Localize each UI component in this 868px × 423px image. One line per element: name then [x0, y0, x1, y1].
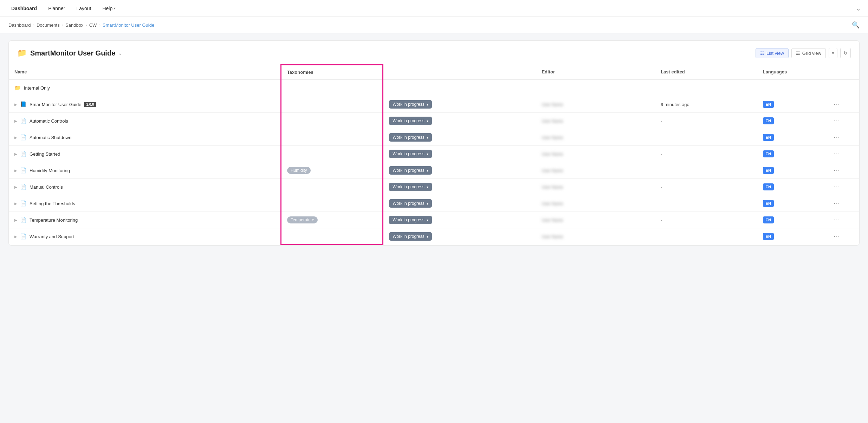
more-actions-button[interactable]: ···: [831, 182, 842, 191]
more-actions-button[interactable]: ···: [831, 149, 842, 158]
breadcrumb-sep-4: ›: [99, 22, 100, 28]
language-badge[interactable]: EN: [763, 200, 774, 207]
doc-row-icon: 📄: [20, 118, 27, 124]
document-table: Name Taxonomies Editor Last edited Langu…: [9, 64, 859, 245]
row-expand-icon[interactable]: ▶: [14, 169, 17, 173]
more-actions-button[interactable]: ···: [831, 133, 842, 142]
status-badge[interactable]: Work in progress ▾: [389, 232, 432, 241]
language-cell-2: EN: [757, 113, 825, 129]
title-chevron-icon[interactable]: ⌄: [118, 50, 122, 56]
row-name-label[interactable]: Automatic Controls: [30, 118, 68, 124]
name-cell-9: ▶📄Warranty and Support: [9, 228, 281, 245]
more-actions-button[interactable]: ···: [831, 166, 842, 175]
language-cell-6: EN: [757, 179, 825, 195]
row-expand-icon[interactable]: ▶: [14, 119, 17, 123]
status-badge[interactable]: Work in progress ▾: [389, 117, 432, 125]
grid-view-button[interactable]: ☷ Grid view: [791, 48, 826, 58]
col-header-name: Name: [9, 65, 281, 80]
row-expand-icon[interactable]: ▶: [14, 136, 17, 139]
status-caret-icon: ▾: [427, 185, 428, 189]
row-expand-icon[interactable]: ▶: [14, 202, 17, 206]
nav-dashboard[interactable]: Dashboard: [7, 3, 41, 14]
nav-layout[interactable]: Layout: [72, 3, 95, 14]
last-edited-value: -: [661, 201, 662, 206]
last-edited-cell-4: -: [655, 146, 757, 162]
status-badge[interactable]: Work in progress ▾: [389, 133, 432, 142]
language-badge[interactable]: EN: [763, 117, 774, 124]
more-actions-button[interactable]: ···: [831, 116, 842, 125]
breadcrumb-sep-1: ›: [33, 22, 34, 28]
breadcrumb-current: SmartMonitor User Guide: [103, 22, 154, 28]
top-nav: Dashboard Planner Layout Help ▾ ⌄: [0, 0, 868, 17]
taxonomy-tag[interactable]: Temperature: [287, 216, 318, 223]
refresh-button[interactable]: ↻: [840, 48, 851, 58]
last-edited-cell-3: -: [655, 129, 757, 146]
row-expand-icon[interactable]: ▶: [14, 218, 17, 222]
row-expand-icon[interactable]: ▶: [14, 103, 17, 106]
nav-help[interactable]: Help ▾: [98, 3, 120, 14]
editor-cell-8: User Name: [536, 212, 655, 228]
actions-cell-9: ···: [825, 228, 859, 245]
row-expand-icon[interactable]: ▶: [14, 152, 17, 156]
editor-cell-7: User Name: [536, 195, 655, 212]
row-name-label[interactable]: Temperature Monitoring: [30, 217, 78, 223]
col-header-status: [383, 65, 536, 80]
language-badge[interactable]: EN: [763, 101, 774, 108]
taxonomy-tag[interactable]: Humidity: [287, 167, 311, 174]
version-badge: 1.0.0: [84, 102, 96, 107]
actions-cell-4: ···: [825, 146, 859, 162]
row-name-label[interactable]: Getting Started: [30, 151, 60, 157]
language-badge[interactable]: EN: [763, 216, 774, 223]
row-name-label[interactable]: Humidity Monitoring: [30, 168, 70, 173]
editor-name: User Name: [542, 135, 563, 140]
more-actions-button[interactable]: ···: [831, 100, 842, 109]
search-icon[interactable]: 🔍: [852, 21, 860, 29]
status-badge[interactable]: Work in progress ▾: [389, 166, 432, 175]
taxonomy-cell-0: [281, 79, 383, 96]
more-actions-button[interactable]: ···: [831, 232, 842, 241]
language-badge[interactable]: EN: [763, 183, 774, 190]
editor-name: User Name: [542, 185, 563, 190]
row-name-label[interactable]: Warranty and Support: [30, 234, 74, 239]
last-edited-value: 9 minutes ago: [661, 102, 689, 107]
status-badge[interactable]: Work in progress ▾: [389, 100, 432, 109]
last-edited-cell-9: -: [655, 228, 757, 245]
breadcrumb-documents[interactable]: Documents: [37, 22, 60, 28]
taxonomy-cell-4: [281, 146, 383, 162]
row-name-label[interactable]: Internal Only: [24, 85, 50, 91]
breadcrumb-cw[interactable]: CW: [89, 22, 97, 28]
more-actions-button[interactable]: ···: [831, 215, 842, 224]
list-view-button[interactable]: ☷ List view: [756, 48, 789, 58]
row-name-label[interactable]: Manual Controls: [30, 184, 63, 190]
status-caret-icon: ▾: [427, 218, 428, 222]
status-badge[interactable]: Work in progress ▾: [389, 199, 432, 208]
row-expand-icon[interactable]: ▶: [14, 235, 17, 239]
breadcrumb: Dashboard › Documents › Sandbox › CW › S…: [0, 17, 868, 33]
language-badge[interactable]: EN: [763, 150, 774, 157]
row-name-label[interactable]: Setting the Thresholds: [30, 201, 75, 206]
status-caret-icon: ▾: [427, 136, 428, 139]
name-cell-0: 📁Internal Only: [9, 79, 281, 96]
table-row: ▶📄Automatic ShutdownWork in progress ▾Us…: [9, 129, 859, 146]
language-cell-4: EN: [757, 146, 825, 162]
language-cell-9: EN: [757, 228, 825, 245]
row-expand-icon[interactable]: ▶: [14, 185, 17, 189]
row-name-label[interactable]: SmartMonitor User Guide: [30, 102, 81, 107]
editor-cell-2: User Name: [536, 113, 655, 129]
editor-cell-6: User Name: [536, 179, 655, 195]
breadcrumb-sandbox[interactable]: Sandbox: [65, 22, 83, 28]
status-badge[interactable]: Work in progress ▾: [389, 183, 432, 191]
more-actions-button[interactable]: ···: [831, 199, 842, 208]
status-badge[interactable]: Work in progress ▾: [389, 150, 432, 158]
language-badge[interactable]: EN: [763, 134, 774, 141]
filter-button[interactable]: ▿: [829, 48, 837, 58]
status-badge[interactable]: Work in progress ▾: [389, 216, 432, 224]
nav-planner[interactable]: Planner: [44, 3, 69, 14]
breadcrumb-dashboard[interactable]: Dashboard: [8, 22, 31, 28]
actions-cell-8: ···: [825, 212, 859, 228]
language-badge[interactable]: EN: [763, 233, 774, 240]
row-name-label[interactable]: Automatic Shutdown: [30, 135, 71, 140]
name-cell-2: ▶📄Automatic Controls: [9, 113, 281, 129]
language-badge[interactable]: EN: [763, 167, 774, 174]
nav-expand-icon[interactable]: ⌄: [856, 5, 861, 12]
